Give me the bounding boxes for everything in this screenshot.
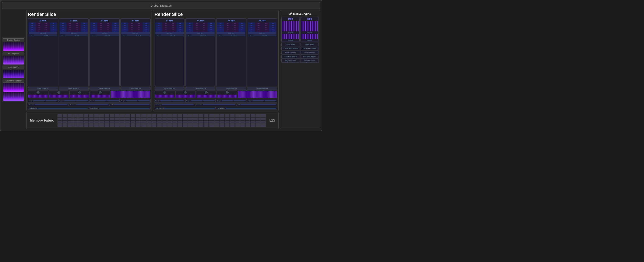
rt-2-1: RayTracingUnit — [154, 90, 175, 98]
memory-cell — [115, 118, 120, 120]
memory-cell — [73, 121, 78, 124]
memory-grid — [58, 114, 266, 127]
xmx-cell: XMX — [43, 26, 50, 28]
memory-cell — [204, 124, 209, 127]
memory-cell — [172, 114, 177, 117]
memory-cell — [68, 124, 73, 127]
memory-cell — [89, 114, 94, 117]
memory-cell — [178, 114, 182, 117]
is-cell: IS — [29, 34, 34, 36]
memory-cell — [115, 121, 120, 124]
memory-cell — [251, 114, 256, 117]
geometry-1: Geometry — [28, 104, 68, 106]
xve-cell: XVE — [29, 24, 36, 26]
xve-cell: XVE — [29, 30, 36, 32]
mfx-encoder-label-2: Encoder — [307, 40, 312, 41]
media-func-video-enhancer-1: Video Enhancer — [282, 51, 300, 54]
memory-cell — [183, 118, 188, 120]
memory-cell — [58, 118, 62, 120]
copy-engine-section: Copy Engine — [3, 66, 24, 78]
memory-cell — [141, 118, 146, 120]
memory-cell — [193, 124, 198, 127]
media-func-bayer-2: Bayer Processor — [300, 59, 319, 62]
thread-sorting-row-1: Thread Sorting Unit Thread Sorting Unit … — [28, 87, 150, 90]
memory-cell — [104, 121, 110, 124]
pixel-backend-1-2: Pixel Backend — [89, 107, 150, 110]
memory-cell — [152, 121, 156, 124]
memory-cell — [157, 118, 162, 120]
center-area: Render Slice Xe-core XVE XMX XMX — [26, 10, 279, 129]
mfx-title-2: MFX — [307, 18, 312, 20]
xve-cell: XVE — [29, 22, 36, 24]
memory-cell — [188, 121, 193, 124]
xe-core-1-3: Xe-core XVEXMXXMXXVE XVEXMXXMXXVE XVEXMX… — [90, 18, 120, 86]
memory-cell — [152, 114, 156, 117]
memory-cell — [136, 124, 140, 127]
media-func-video-enhancer-2: Video Enhancer — [300, 51, 319, 54]
global-dispatch-label: Global Dispatch — [150, 4, 172, 7]
sampler-2-3: Sampler — [216, 99, 246, 103]
pci-express-viz-lines — [4, 56, 24, 64]
memory-cell — [240, 124, 245, 127]
sampler-2-2: Sampler — [185, 99, 216, 103]
memory-cell — [230, 118, 235, 120]
media-func-hdr-tone-2: HDR Tone Mapper — [300, 55, 319, 58]
eu-row: XVE XMX XMX XVE — [29, 22, 57, 24]
mfx-block-1: MFX Decoder Encoder — [282, 17, 300, 42]
memory-cell — [188, 118, 193, 120]
sampler-row-2: Sampler Sampler Sampler — [154, 99, 277, 103]
memory-cell — [214, 121, 219, 124]
rt-1-1-title: RayTracingUnit — [36, 91, 40, 94]
memory-cell — [130, 114, 136, 117]
memory-cell — [162, 114, 167, 117]
xe-core-1-1: Xe-core XVE XMX XMX XVE XVE — [28, 18, 58, 86]
rt-row-1: RayTracingUnit RayTracingUnit RayTracing… — [28, 90, 150, 98]
mfx-row: MFX Decoder Encoder MFX Decoder — [282, 17, 319, 42]
memory-cell — [110, 121, 114, 124]
memory-cell — [251, 118, 256, 120]
memory-cell — [146, 118, 151, 120]
memory-cell — [224, 118, 230, 120]
pixel-backend-row-1: Pixel Backend Pixel Backend — [28, 107, 150, 110]
memory-cell — [99, 118, 104, 120]
memory-cell — [130, 121, 136, 124]
xe-core-2-4: Xe-core XVEXMXXMXXVE XVEXMXXMXXVE XVEXMX… — [247, 18, 277, 86]
xmx-cell: XMX — [43, 22, 50, 24]
display-engine-viz — [4, 42, 24, 51]
memory-fabric: Memory Fabric L2$ — [26, 112, 279, 129]
memory-cell — [162, 118, 167, 120]
rt-row-2: RayTracingUnit RayTracingUnit RayTracing… — [154, 90, 277, 98]
pixel-backend-1-1: Pixel Backend — [28, 107, 89, 110]
memory-cell — [235, 124, 240, 127]
content-row: Display Engine PCI Express Copy Engine — [2, 10, 320, 129]
memory-cell — [256, 114, 261, 117]
memory-cell — [235, 118, 240, 120]
memory-cell — [246, 118, 250, 120]
memory-cell — [188, 114, 193, 117]
memory-cell — [157, 114, 162, 117]
rt-2-4: RayTracingUnit — [217, 90, 237, 98]
display-engine-label: Display Engine — [3, 38, 24, 42]
memory-cell — [130, 124, 136, 127]
rt-2-2: RayTracingUnit — [175, 90, 196, 98]
memory-cell — [152, 118, 156, 120]
pixel-backend-2-1: Pixel Backend — [154, 107, 216, 110]
sampler-1-3: Sampler — [89, 99, 120, 103]
xe-core-1-2-title: Xe-core — [60, 19, 88, 22]
memory-cell — [89, 118, 94, 120]
memory-cell — [224, 124, 230, 127]
main-container: Global Dispatch Display Engine — [0, 0, 322, 131]
xve-cell: XVE — [29, 26, 36, 28]
eu-row: XVE XMX XMX XVE — [29, 24, 57, 26]
l1-cell: L1S / SLM — [34, 34, 57, 36]
xmx-cell: XMX — [36, 22, 43, 24]
memory-cell — [104, 114, 110, 117]
rasterizer-2: Rasterizer — [196, 104, 236, 106]
memory-cell — [256, 121, 261, 124]
memory-cell — [115, 114, 120, 117]
memory-cell — [240, 121, 245, 124]
memory-cell — [198, 118, 203, 120]
memory-cell — [220, 118, 224, 120]
thread-sorting-row-2: Thread Sorting Unit Thread Sorting Unit … — [154, 87, 277, 90]
memory-cell — [193, 118, 198, 120]
